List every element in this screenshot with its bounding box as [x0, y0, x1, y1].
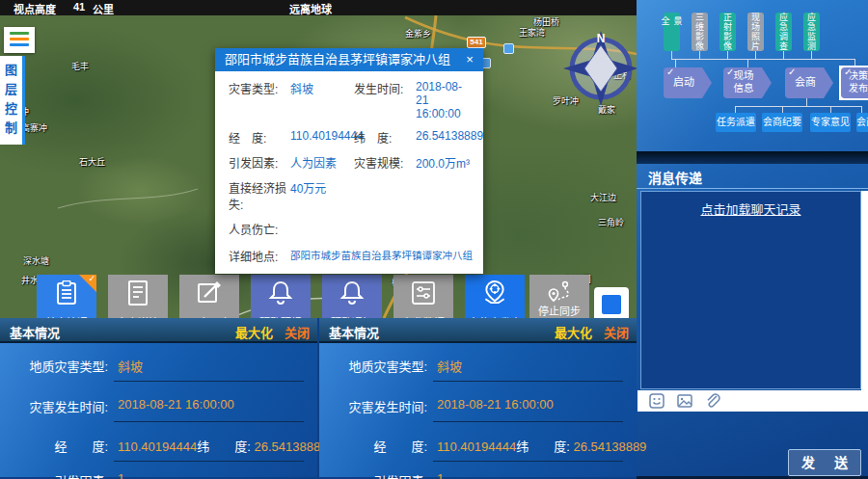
close-icon[interactable]: ×	[460, 48, 479, 71]
viewpoint-height-label: 视点高度	[14, 1, 56, 16]
close-button[interactable]: 关闭	[604, 323, 629, 341]
viewpoint-height-value: 41	[73, 1, 85, 13]
basic-info-panel: 基本情况 最大化 关闭 地质灾害类型: 斜坡 灾害发生时间: 2018-08-2…	[0, 318, 317, 479]
map-poi-icon[interactable]	[503, 43, 514, 54]
svg-text:N: N	[597, 32, 606, 45]
map-label: 毛丰	[71, 60, 89, 72]
toolbar-button-warning-notice[interactable]: 预警通知	[322, 275, 382, 321]
toolbar-button-locate-incident[interactable]: 定位事发点	[465, 275, 525, 321]
close-button[interactable]: 关闭	[285, 323, 310, 341]
map-label: 大江边	[590, 191, 616, 203]
stage-decision-release[interactable]: ✓ 决策发布	[841, 67, 868, 98]
field-value: 26.54138889	[416, 129, 483, 143]
field-label: 人员伤亡:	[229, 221, 290, 237]
locate-pin-icon	[481, 280, 508, 306]
scrollbar[interactable]	[861, 191, 868, 412]
field-value: 2018-08-21 16:00:00	[437, 397, 554, 412]
panel-header: 基本情况 最大化 关闭	[319, 318, 637, 343]
status-bar: 视点高度 41 公里 远离地球	[0, 0, 637, 15]
stage-start[interactable]: ✓ 启动	[664, 67, 712, 98]
sliders-icon	[411, 280, 436, 306]
stage-label: 现场信息	[730, 67, 765, 94]
emoji-icon[interactable]	[649, 393, 665, 409]
edit-icon	[197, 280, 222, 306]
section-divider	[637, 151, 868, 164]
load-chat-link[interactable]: 点击加载聊天记录	[641, 200, 860, 218]
field-label: 经 度:	[319, 437, 427, 455]
clipboard-icon	[55, 280, 78, 306]
resource-button-emergency-monitor[interactable]: 应急监测	[803, 13, 820, 51]
panel-title: 基本情况	[329, 323, 379, 341]
action-meeting-minutes[interactable]: 会商纪要	[762, 113, 802, 132]
field-label: 直接经济损失:	[229, 179, 290, 212]
check-icon: ✓	[726, 67, 734, 77]
field-value: 1	[437, 471, 444, 479]
toolbar-button-cards-table[interactable]: 两卡一表	[179, 275, 239, 321]
field-value: 110.40194444	[290, 129, 354, 143]
resource-button-emergency-survey[interactable]: 应急调查	[775, 13, 792, 51]
workflow-panel: 全景 三维影像 正射影像 现场照片 应急调查 应急监测 ✓ 启动 ✓ 现场信息 …	[637, 0, 868, 479]
layer-control-label: 图层控制	[5, 61, 18, 138]
paperclip-icon[interactable]	[705, 393, 720, 409]
resource-button-site-photos[interactable]: 现场照片	[747, 13, 764, 51]
maximize-button[interactable]: 最大化	[555, 323, 592, 341]
check-icon: ✓	[666, 67, 674, 77]
field-value: 斜坡	[437, 357, 462, 375]
toolbar-button-warning-forecast[interactable]: 预警预报	[251, 275, 311, 321]
field-value: 1	[118, 471, 124, 479]
field-value: 200.0万m³	[416, 154, 472, 171]
messages-title: 消息传递	[648, 168, 702, 187]
viewpoint-height-unit: 公里	[93, 1, 114, 16]
map-label: 金紫乡	[405, 27, 431, 40]
action-consultation[interactable]: 会商	[856, 113, 868, 132]
resource-button-panorama[interactable]: 全景	[664, 13, 680, 51]
image-icon[interactable]	[677, 393, 692, 409]
stage-site-info[interactable]: ✓ 现场信息	[723, 67, 772, 98]
field-label: 引发因素:	[0, 471, 108, 479]
field-label: 纬 度:	[354, 129, 416, 146]
app-window: 金紫乡 杨田桥 王家湾 正村 罗叶冲 戴家 高寨冲 大团冲 石大丘 深水塘 井水…	[0, 0, 868, 479]
field-value: 斜坡	[118, 357, 143, 375]
layer-control-button[interactable]: 图层控制	[0, 56, 25, 145]
region-select-tool[interactable]	[594, 287, 629, 321]
resource-button-ortho-imagery[interactable]: 正射影像	[719, 13, 736, 51]
action-task-dispatch[interactable]: 任务派遣	[716, 113, 756, 132]
field-value: 110.40194444纬 度: 26.54138889	[437, 437, 646, 455]
field-label: 灾害类型:	[229, 80, 290, 96]
document-icon	[126, 280, 149, 306]
field-label: 经 度:	[229, 129, 290, 146]
field-value: 2018-08-21 16:00:00	[118, 397, 234, 412]
select-square-icon	[602, 295, 621, 314]
menu-icon[interactable]	[4, 27, 35, 53]
maximize-button[interactable]: 最大化	[235, 323, 273, 341]
field-label: 发生时间:	[354, 80, 416, 96]
bell-icon	[268, 280, 293, 306]
camera-mode-label: 远离地球	[289, 1, 332, 16]
action-expert-opinion[interactable]: 专家意见	[810, 113, 851, 132]
popup-title-bar[interactable]: 邵阳市城步苗族自治县茅坪镇谭家冲八组 ×	[215, 48, 483, 71]
disaster-info-popup: 邵阳市城步苗族自治县茅坪镇谭家冲八组 × 灾害类型: 斜坡 发生时间: 2018…	[215, 48, 483, 274]
field-label: 地质灾害类型:	[0, 357, 108, 375]
field-label: 引发因素:	[319, 471, 427, 479]
map-label: 高寨冲	[21, 121, 47, 134]
toolbar-button-disaster-detail[interactable]: 灾害详情	[108, 275, 168, 321]
field-label: 引发因素:	[229, 154, 290, 171]
toolbar-button-stop-sync[interactable]: 停止同步	[529, 275, 589, 319]
chat-toolbar	[637, 390, 861, 412]
chat-history-area[interactable]: 点击加载聊天记录	[640, 191, 861, 389]
field-label: 灾害发生时间:	[319, 397, 427, 415]
field-value: 人为因素	[290, 154, 354, 171]
field-value: 2018-08-21 16:00:00	[416, 80, 472, 120]
panel-body: 地质灾害类型: 斜坡 灾害发生时间: 2018-08-21 16:00:00 经…	[319, 343, 637, 477]
field-label: 经 度:	[0, 437, 108, 455]
send-button[interactable]: 发 送	[788, 449, 861, 476]
compass-icon[interactable]: N	[561, 29, 637, 108]
field-value: 40万元	[290, 179, 472, 196]
map-label: 三角岭	[598, 216, 624, 228]
popup-title: 邵阳市城步苗族自治县茅坪镇谭家冲八组	[225, 52, 450, 67]
toolbar-button-basic-info[interactable]: ✓ 基本情况	[37, 275, 96, 321]
basic-info-panel: 基本情况 最大化 关闭 地质灾害类型: 斜坡 灾害发生时间: 2018-08-2…	[319, 318, 637, 479]
toolbar-button-professional-data[interactable]: 专业数据	[393, 275, 453, 321]
stage-consultation[interactable]: ✓ 会商	[785, 67, 833, 98]
resource-button-3d-imagery[interactable]: 三维影像	[692, 13, 708, 51]
